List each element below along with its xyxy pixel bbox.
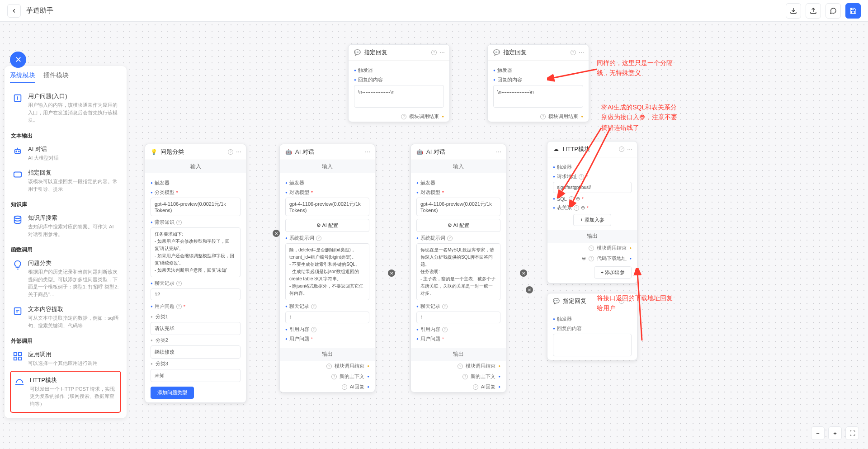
add-output-button[interactable]: + 添加出参 (594, 266, 632, 279)
sidebar-item-reply[interactable]: 指定回复该模块可以直接回复一段指定的内容。常用于引导、提示 (10, 165, 121, 196)
add-category-button[interactable]: 添加问题类型 (151, 387, 194, 399)
http-icon: ☁ (552, 145, 560, 153)
history-input[interactable]: 1 (285, 312, 369, 323)
more-icon[interactable]: ⋯ (496, 149, 501, 155)
help-icon[interactable]: ? (579, 174, 584, 180)
model-select[interactable]: gpt-4-1106-preview(0.0021元/1k Tokens) (416, 198, 500, 216)
tab-system[interactable]: 系统模块 (10, 71, 35, 83)
topbar: 芋道助手 (0, 0, 868, 22)
prompt-textarea[interactable]: 你现在是一名MySQL数据库专家，请你深入分析我提供的SQL脚本回答问题。 任务… (416, 243, 500, 300)
svg-point-9 (14, 216, 21, 219)
robot-icon: 🤖 (284, 148, 292, 156)
delete-edge-icon[interactable]: ✕ (520, 269, 527, 277)
group-ext: 外部调用 (11, 337, 121, 345)
help-icon[interactable]: ? (540, 114, 546, 119)
history-input[interactable]: 12 (151, 288, 241, 300)
more-icon[interactable]: ⋯ (579, 49, 584, 56)
svg-rect-12 (19, 353, 21, 355)
canvas[interactable]: ✕ 系统模块 插件模块 用户问题(入口)用户输入的内容，该模块通常作为应用的入口… (0, 22, 868, 449)
delete-edge-icon[interactable]: ✕ (273, 230, 280, 237)
help-icon[interactable]: ? (401, 114, 406, 119)
prompt-textarea[interactable]: 除，deleted=是否删除(bit类型)，tenant_id=租户编号(big… (285, 243, 369, 300)
bg-textarea[interactable]: 任务要求如下: - 如果用户不会修改模型和字段了，回复'请认完毕'。 - 如果用… (151, 227, 241, 277)
help-icon[interactable]: ? (176, 304, 182, 309)
help-icon[interactable]: ? (442, 327, 448, 332)
chat-button[interactable] (826, 3, 841, 19)
help-icon[interactable]: ? (326, 364, 332, 369)
cat2-input[interactable]: 继续修改 (151, 345, 241, 359)
fit-view-button[interactable]: ⛶ (845, 426, 859, 440)
node-classify[interactable]: 💡问题分类?⋯ 输入 触发器 分类模型 gpt-4-1106-preview(0… (145, 144, 246, 403)
help-icon[interactable]: ? (442, 304, 448, 309)
help-icon[interactable]: ? (228, 149, 233, 155)
help-icon[interactable]: ? (447, 236, 453, 241)
help-icon[interactable]: ? (316, 236, 321, 241)
help-icon[interactable]: ? (342, 384, 347, 390)
more-icon[interactable]: ⋯ (627, 146, 632, 152)
help-icon[interactable]: ? (458, 364, 463, 369)
help-icon[interactable]: ? (589, 246, 594, 251)
annotation-2: 将AI生成的SQL和表关系分别做为接口入参，注意不要搞错连错线了 (601, 102, 683, 132)
model-select[interactable]: gpt-4-1106-preview(0.0021元/1k Tokens) (151, 198, 241, 216)
help-icon[interactable]: ? (331, 374, 337, 379)
save-button[interactable] (845, 3, 861, 19)
svg-rect-11 (14, 353, 17, 355)
more-icon[interactable]: ⋯ (236, 149, 241, 155)
cat3-input[interactable]: 未知 (151, 369, 241, 382)
group-fn: 函数调用 (11, 246, 121, 254)
delete-edge-icon[interactable]: ✕ (526, 286, 533, 293)
more-icon[interactable]: ⋯ (439, 49, 445, 56)
page-title: 芋道助手 (26, 6, 53, 15)
tab-plugin[interactable]: 插件模块 (43, 71, 69, 83)
add-input-button[interactable]: + 添加入参 (573, 214, 611, 226)
help-icon[interactable]: ? (571, 50, 576, 55)
sidebar-item-app-call[interactable]: 应用调用可以选择一个其他应用进行调用 (10, 347, 121, 371)
history-input[interactable]: 1 (416, 312, 500, 323)
content-textarea[interactable]: \n-----------------\n (354, 85, 444, 108)
help-icon[interactable]: ? (311, 327, 316, 332)
more-icon[interactable]: ⋯ (365, 149, 370, 155)
node-ai-1[interactable]: 🤖AI 对话⋯ 输入 触发器 对话模型 gpt-4-1106-preview(0… (279, 144, 375, 392)
extract-icon (12, 305, 24, 317)
node-http[interactable]: ☁HTTP模块?⋯ 触发器 请求地址? aigc/fastgpt/busi/ S… (547, 141, 637, 284)
content-textarea[interactable]: \n-----------------\n (493, 85, 583, 108)
ai-config-button[interactable]: ⚙ AI 配置 (416, 219, 500, 232)
module-panel: 系统模块 插件模块 用户问题(入口)用户输入的内容，该模块通常作为应用的入口，用… (5, 66, 127, 418)
content-textarea[interactable] (553, 334, 632, 356)
help-icon[interactable]: ? (176, 281, 182, 286)
close-panel-button[interactable]: ✕ (10, 52, 26, 68)
group-text-output: 文本输出 (11, 132, 121, 140)
zoom-in-button[interactable]: + (828, 426, 842, 440)
node-reply-1[interactable]: 💬指定回复?⋯ 触发器 回复的内容 \n-----------------\n … (348, 44, 450, 122)
help-icon[interactable]: ? (473, 384, 478, 390)
ai-config-button[interactable]: ⚙ AI 配置 (285, 219, 369, 232)
zoom-out-button[interactable]: − (811, 426, 825, 440)
export-button[interactable] (806, 3, 821, 19)
help-icon[interactable]: ? (574, 205, 579, 211)
help-icon[interactable]: ? (589, 256, 594, 261)
model-select[interactable]: gpt-4-1106-preview(0.0021元/1k Tokens) (285, 198, 369, 216)
help-icon[interactable]: ? (311, 304, 316, 309)
node-ai-2[interactable]: 🤖AI 对话⋯ 输入 触发器 对话模型 gpt-4-1106-preview(0… (410, 144, 506, 392)
import-button[interactable] (786, 3, 801, 19)
delete-edge-icon[interactable]: ✕ (388, 269, 395, 277)
group-kb: 知识库 (11, 201, 121, 208)
url-input[interactable]: aigc/fastgpt/busi/ (553, 182, 632, 193)
sidebar-item-classify[interactable]: 问题分类根据用户的历史记录和当前问题判断该次提问的类型。可以添加多组问题类型，下… (10, 255, 121, 302)
sidebar-item-http[interactable]: HTTP模块可以发出一个 HTTP POST 请求，实现更为复杂的操作（联网搜索… (10, 371, 121, 413)
bulb-icon: 💡 (150, 148, 158, 156)
cat1-input[interactable]: 请认完毕 (151, 322, 241, 335)
svg-rect-14 (19, 357, 21, 360)
sidebar-item-entry[interactable]: 用户问题(入口)用户输入的内容，该模块通常作为应用的入口，用户在发送消息后会首先… (10, 89, 121, 128)
sidebar-item-kb-search[interactable]: 知识库搜索去知识库中搜索对应的答案。可作为 AI 对话引用参考。 (10, 210, 121, 241)
help-icon[interactable]: ? (569, 196, 574, 202)
node-reply-2[interactable]: 💬指定回复?⋯ 触发器 回复的内容 \n-----------------\n … (487, 44, 589, 122)
help-icon[interactable]: ? (619, 147, 624, 152)
help-icon[interactable]: ? (431, 50, 437, 55)
annotation-3: 将接口返回的下载地址回复给用户 (597, 293, 678, 313)
help-icon[interactable]: ? (176, 220, 182, 225)
back-button[interactable] (7, 4, 21, 18)
sidebar-item-extract[interactable]: 文本内容提取可从文本中提取指定的数据，例如：sql语句、搜索关键词、代码等 (10, 302, 121, 333)
help-icon[interactable]: ? (462, 374, 468, 379)
sidebar-item-ai-chat[interactable]: AI 对话AI 大模型对话 (10, 142, 121, 165)
